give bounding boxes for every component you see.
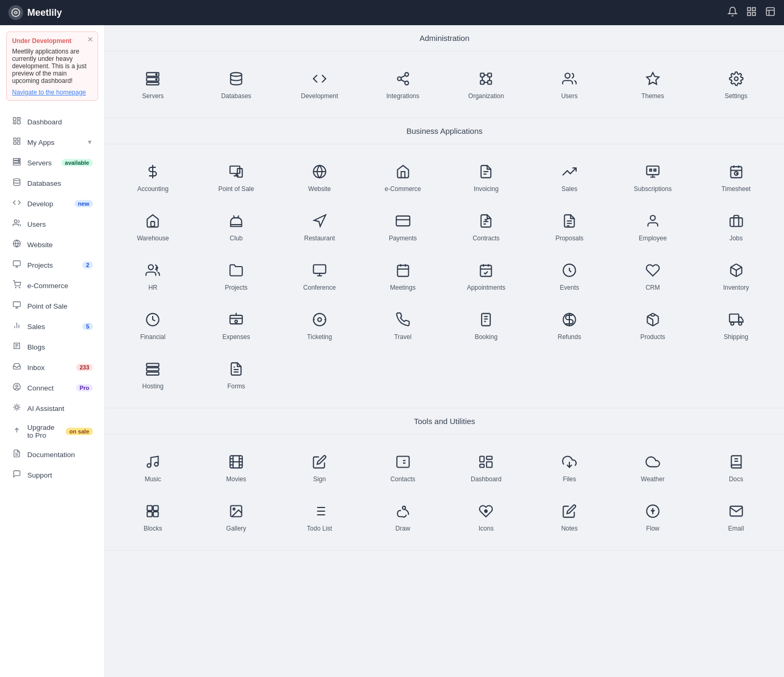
app-projects[interactable]: Projects	[197, 253, 276, 299]
app-themes[interactable]: Themes	[613, 62, 693, 107]
app-icons[interactable]: Icons	[447, 494, 526, 540]
svg-point-105	[317, 318, 321, 322]
notification-close[interactable]: ✕	[87, 35, 93, 44]
app-movies[interactable]: Movies	[197, 445, 276, 490]
app-payments[interactable]: Payments	[363, 204, 442, 249]
app-contracts[interactable]: Contracts	[447, 204, 526, 249]
sidebar-item-users[interactable]: Users	[3, 214, 101, 234]
app-appointments[interactable]: Appointments	[447, 253, 526, 299]
contacts-app-icon	[394, 452, 412, 471]
sidebar-label-ai: AI Assistant	[27, 405, 93, 412]
bell-icon[interactable]	[727, 6, 738, 19]
connect-icon	[12, 383, 22, 393]
sidebar-item-upgrade[interactable]: Upgrade to Pro on sale	[3, 419, 101, 444]
sidebar-item-sales[interactable]: Sales 5	[3, 316, 101, 336]
sidebar-item-pos[interactable]: Point of Sale	[3, 296, 101, 316]
products-app-icon	[643, 310, 662, 329]
app-expenses[interactable]: Expenses	[197, 303, 276, 348]
app-flow[interactable]: Flow	[613, 494, 693, 540]
app-accounting[interactable]: Accounting	[113, 155, 193, 200]
app-events[interactable]: Events	[530, 253, 609, 299]
sidebar-item-documentation[interactable]: Documentation	[3, 445, 101, 464]
sidebar-item-support[interactable]: Support	[3, 465, 101, 485]
app-conference[interactable]: Conference	[280, 253, 359, 299]
app-hr[interactable]: HR	[113, 253, 193, 299]
app-todo[interactable]: Todo List	[280, 494, 359, 540]
app-email[interactable]: Email	[696, 494, 776, 540]
app-pos[interactable]: Point of Sale	[197, 155, 276, 200]
sidebar-item-servers[interactable]: Servers available	[3, 153, 101, 173]
sidebar-item-website[interactable]: Website	[3, 235, 101, 255]
app-warehouse[interactable]: Warehouse	[113, 204, 193, 249]
app-label-conference: Conference	[303, 284, 336, 291]
grid-icon[interactable]	[746, 6, 757, 19]
app-club[interactable]: Club	[197, 204, 276, 249]
sidebar-item-develop[interactable]: Develop new	[3, 194, 101, 214]
invoicing-app-icon	[476, 162, 495, 181]
app-label-icons: Icons	[479, 525, 494, 532]
sidebar-item-ecommerce[interactable]: e-Commerce	[3, 276, 101, 295]
app-travel[interactable]: Travel	[363, 303, 442, 348]
app-products[interactable]: Products	[613, 303, 693, 348]
user-icon[interactable]	[765, 6, 776, 19]
app-jobs[interactable]: Jobs	[696, 204, 776, 249]
app-employee[interactable]: Employee	[613, 204, 693, 249]
sidebar-item-ai[interactable]: AI Assistant	[3, 398, 101, 418]
app-ticketing[interactable]: Ticketing	[280, 303, 359, 348]
app-users[interactable]: Users	[530, 62, 609, 107]
svg-rect-4	[753, 12, 756, 15]
sidebar-item-databases[interactable]: Databases	[3, 173, 101, 193]
email-app-icon	[727, 502, 746, 521]
app-hosting[interactable]: Hosting	[113, 352, 193, 397]
app-label-website: Website	[308, 185, 331, 193]
app-label-timesheet: Timesheet	[722, 185, 751, 193]
logo[interactable]: Meetlily	[8, 5, 62, 20]
travel-app-icon	[394, 310, 412, 329]
app-draw[interactable]: Draw	[363, 494, 442, 540]
app-sign[interactable]: Sign	[280, 445, 359, 490]
app-contacts[interactable]: Contacts	[363, 445, 442, 490]
app-notes[interactable]: Notes	[530, 494, 609, 540]
app-proposals[interactable]: Proposals	[530, 204, 609, 249]
accounting-app-icon	[143, 162, 162, 181]
app-meetings[interactable]: Meetings	[363, 253, 442, 299]
app-booking[interactable]: Booking	[447, 303, 526, 348]
app-crm[interactable]: CRM	[613, 253, 693, 299]
app-sales[interactable]: Sales	[530, 155, 609, 200]
sidebar-item-projects[interactable]: Projects 2	[3, 255, 101, 275]
sidebar-label-myapps: My Apps	[27, 139, 81, 146]
app-music[interactable]: Music	[113, 445, 193, 490]
app-development[interactable]: Development	[280, 62, 359, 107]
app-shipping[interactable]: Shipping	[696, 303, 776, 348]
app-weather[interactable]: Weather	[613, 445, 693, 490]
svg-point-102	[235, 320, 238, 323]
app-gallery[interactable]: Gallery	[197, 494, 276, 540]
app-blocks[interactable]: Blocks	[113, 494, 193, 540]
app-docs[interactable]: Docs	[696, 445, 776, 490]
sidebar-item-blogs[interactable]: Blogs	[3, 337, 101, 357]
app-timesheet[interactable]: Timesheet	[696, 155, 776, 200]
app-organization[interactable]: Organization	[447, 62, 526, 107]
themes-app-icon	[643, 69, 662, 88]
app-label-integrations: Integrations	[386, 92, 419, 100]
app-invoicing[interactable]: Invoicing	[447, 155, 526, 200]
sidebar-item-dashboard[interactable]: Dashboard	[3, 112, 101, 132]
app-forms[interactable]: Forms	[197, 352, 276, 397]
sidebar-item-inbox[interactable]: Inbox 233	[3, 357, 101, 377]
app-subscriptions[interactable]: Subscriptions	[613, 155, 693, 200]
app-ecommerce[interactable]: e-Commerce	[363, 155, 442, 200]
app-inventory[interactable]: Inventory	[696, 253, 776, 299]
sidebar-item-myapps[interactable]: My Apps ▼	[3, 132, 101, 152]
app-financial[interactable]: Financial	[113, 303, 193, 348]
app-restaurant[interactable]: Restaurant	[280, 204, 359, 249]
app-refunds[interactable]: Refunds	[530, 303, 609, 348]
app-servers[interactable]: Servers	[113, 62, 193, 107]
app-website[interactable]: Website	[280, 155, 359, 200]
sidebar-item-connect[interactable]: Connect Pro	[3, 378, 101, 398]
app-files[interactable]: Files	[530, 445, 609, 490]
app-databases[interactable]: Databases	[197, 62, 276, 107]
app-integrations[interactable]: Integrations	[363, 62, 442, 107]
notification-link[interactable]: Navigate to the homepage	[12, 89, 92, 96]
app-settings[interactable]: Settings	[696, 62, 776, 107]
app-dashboard-tool[interactable]: Dashboard	[447, 445, 526, 490]
